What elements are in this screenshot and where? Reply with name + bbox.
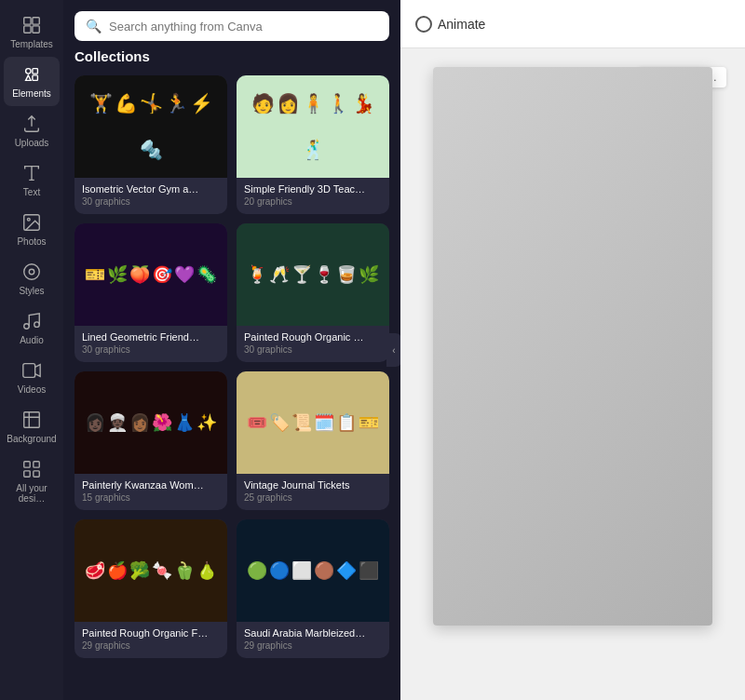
svg-rect-15 [24,412,40,428]
card-info-cocktail: Painted Rough Organic … 30 graphics [237,326,389,362]
card-count-food: 29 graphics [82,640,220,651]
svg-rect-17 [34,462,39,467]
svg-rect-16 [24,462,30,467]
search-bar: 🔍 [63,0,400,48]
elements-icon [21,64,42,85]
card-count-kwanzaa: 15 graphics [82,492,220,503]
card-title-gym: Isometric Vector Gym a… [82,183,220,195]
search-icon: 🔍 [86,19,102,34]
sidebar-label-audio: Audio [20,335,44,345]
collection-card-food[interactable]: 🥩 🍎 🥦 🍬 🫑 🍐 Painted Rough Organic F… 29 … [74,519,227,658]
sidebar-item-all-designs[interactable]: All your desi… [4,451,60,511]
collections-grid: 🏋️ 💪 🤸 🏃 ⚡ 🔩 Isometric Vector Gym a… 30 … [74,75,389,658]
main-area: Animate Page 2 - Fa… [400,0,745,700]
sidebar-label-photos: Photos [17,236,46,247]
animate-icon [415,16,432,33]
card-info-teacher: Simple Friendly 3D Teac… 20 graphics [237,178,389,214]
sidebar-item-audio[interactable]: Audio [4,303,60,353]
sidebar-item-styles[interactable]: Styles [4,254,60,303]
svg-point-4 [26,69,31,74]
collection-card-sticker[interactable]: 🎫 🌿 🍑 🎯 💜 🦠 Lined Geometric Friend… 30 g… [74,223,227,362]
search-input-wrapper[interactable]: 🔍 [74,11,389,41]
card-thumb-sticker: 🎫 🌿 🍑 🎯 💜 🦠 [74,223,227,326]
sidebar-label-elements: Elements [12,88,51,99]
svg-rect-0 [24,18,31,24]
card-thumb-marble: 🟢 🔵 ⬜ 🟤 🔷 ⬛ [237,519,389,622]
sidebar-label-text: Text [23,187,40,197]
animate-button[interactable]: Animate [415,16,485,33]
sidebar-label-all-designs: All your desi… [7,483,56,504]
card-thumb-teacher: 🧑 👩 🧍 🚶 💃 🕺 [237,75,389,178]
animate-label: Animate [438,17,485,32]
svg-point-10 [24,264,40,280]
card-count-gym: 30 graphics [82,196,220,207]
svg-point-12 [24,324,30,330]
uploads-icon [21,114,42,134]
svg-point-11 [29,269,34,275]
panel-collapse-button[interactable]: ‹ [386,333,400,367]
svg-point-9 [27,218,30,221]
sidebar-item-background[interactable]: Background [4,402,60,451]
collection-card-kwanzaa[interactable]: 👩🏿 👳🏿 👩🏾 🌺 👗 ✨ Painterly Kwanzaa Wom… 15… [74,371,227,510]
sidebar: Templates Elements Uploads Text Photos [0,0,63,700]
svg-rect-19 [34,471,39,477]
sidebar-label-styles: Styles [19,286,44,296]
text-icon [21,163,42,183]
svg-rect-18 [24,471,30,477]
sidebar-label-videos: Videos [18,384,46,395]
card-info-kwanzaa: Painterly Kwanzaa Wom… 15 graphics [74,474,227,510]
collection-card-teacher[interactable]: 🧑 👩 🧍 🚶 💃 🕺 Simple Friendly 3D Teac… 20 … [237,75,389,214]
collection-card-gym[interactable]: 🏋️ 💪 🤸 🏃 ⚡ 🔩 Isometric Vector Gym a… 30 … [74,75,227,214]
sidebar-item-templates[interactable]: Templates [4,7,60,57]
sidebar-item-elements[interactable]: Elements [4,57,60,106]
svg-rect-7 [33,75,37,81]
svg-rect-5 [33,69,37,74]
panel: 🔍 Collections 🏋️ 💪 🤸 🏃 ⚡ 🔩 Isometric Vec… [63,0,400,700]
svg-rect-1 [33,18,39,24]
top-bar: Animate [400,0,745,48]
collection-card-tickets[interactable]: 🎟️ 🏷️ 📜 🗓️ 📋 🎫 Vintage Journal Tickets 2… [237,371,389,510]
card-count-sticker: 30 graphics [82,344,220,355]
panel-content: Collections 🏋️ 💪 🤸 🏃 ⚡ 🔩 Isometric Vecto… [63,48,400,700]
card-title-cocktail: Painted Rough Organic … [244,331,382,343]
canvas-area: Page 2 - Fa… [400,48,745,700]
card-thumb-kwanzaa: 👩🏿 👳🏿 👩🏾 🌺 👗 ✨ [74,371,227,474]
card-info-tickets: Vintage Journal Tickets 25 graphics [237,474,389,510]
svg-rect-14 [23,364,35,378]
photos-icon [21,212,42,233]
sidebar-label-templates: Templates [10,39,53,49]
svg-marker-6 [26,75,31,81]
sidebar-item-videos[interactable]: Videos [4,353,60,402]
all-designs-icon [21,459,42,479]
collection-card-marble[interactable]: 🟢 🔵 ⬜ 🟤 🔷 ⬛ Saudi Arabia Marbleized… 29 … [237,519,389,658]
card-info-food: Painted Rough Organic F… 29 graphics [74,622,227,658]
search-input[interactable] [109,20,378,34]
card-thumb-gym: 🏋️ 💪 🤸 🏃 ⚡ 🔩 [74,75,227,178]
collections-title: Collections [74,48,389,64]
card-count-teacher: 20 graphics [244,196,382,207]
card-title-food: Painted Rough Organic F… [82,627,220,639]
card-thumb-food: 🥩 🍎 🥦 🍬 🫑 🍐 [74,519,227,622]
svg-rect-3 [33,26,39,33]
svg-point-13 [34,322,40,328]
templates-icon [21,15,42,35]
videos-icon [21,360,42,381]
collection-card-cocktail[interactable]: 🍹 🥂 🍸 🍷 🥃 🌿 Painted Rough Organic … 30 g… [237,223,389,362]
card-info-marble: Saudi Arabia Marbleized… 29 graphics [237,622,389,658]
sidebar-label-background: Background [7,434,56,444]
sidebar-item-uploads[interactable]: Uploads [4,106,60,155]
sidebar-item-photos[interactable]: Photos [4,205,60,254]
card-count-tickets: 25 graphics [244,492,382,503]
card-thumb-tickets: 🎟️ 🏷️ 📜 🗓️ 📋 🎫 [237,371,389,474]
card-title-teacher: Simple Friendly 3D Teac… [244,183,382,195]
card-thumb-cocktail: 🍹 🥂 🍸 🍷 🥃 🌿 [237,223,389,326]
sidebar-label-uploads: Uploads [15,138,49,148]
card-title-sticker: Lined Geometric Friend… [82,331,220,343]
card-title-kwanzaa: Painterly Kwanzaa Wom… [82,479,220,491]
card-title-tickets: Vintage Journal Tickets [244,479,382,491]
background-icon [21,410,42,430]
card-info-sticker: Lined Geometric Friend… 30 graphics [74,326,227,362]
card-title-marble: Saudi Arabia Marbleized… [244,627,382,639]
sidebar-item-text[interactable]: Text [4,155,60,205]
svg-rect-2 [24,26,31,33]
